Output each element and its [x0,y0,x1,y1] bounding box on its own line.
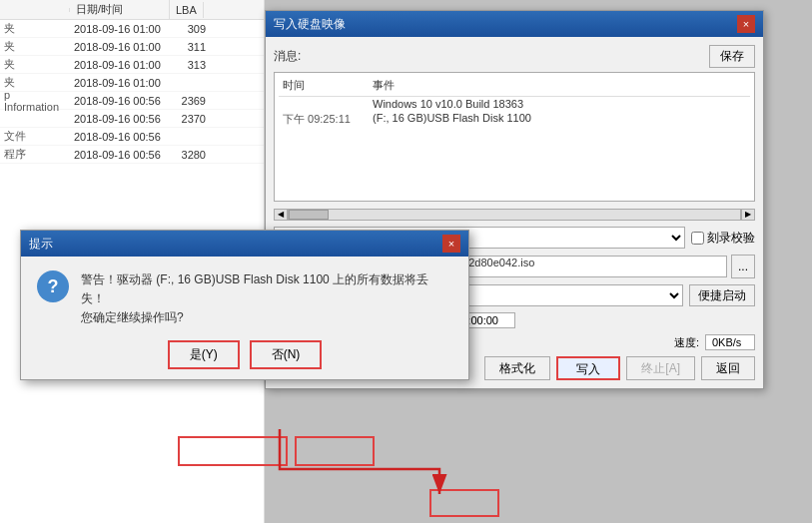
quick-boot-button[interactable]: 便捷启动 [689,284,755,306]
write-button-highlight [429,489,499,517]
table-row: 文件 2018-09-16 00:56 [0,128,264,146]
row-name: p Information [0,89,70,113]
message-label: 消息: [274,48,301,65]
alert-content: ? 警告！驱动器 (F:, 16 GB)USB Flash Disk 1100 … [37,270,452,328]
no-button-highlight [295,436,375,466]
table-row: p Information 2018-09-16 00:56 2369 [0,92,264,110]
message-table: 时间 事件 Windows 10 v10.0 Build 18363 下午 09… [279,77,750,128]
message-time: 下午 09:25:11 [279,111,369,128]
message-event: Windows 10 v10.0 Build 18363 [369,97,750,112]
alert-confirm-text: 您确定继续操作吗? [81,308,452,327]
alert-body: ? 警告！驱动器 (F:, 16 GB)USB Flash Disk 1100 … [21,257,468,379]
save-button[interactable]: 保存 [709,45,755,68]
alert-buttons: 是(Y) 否(N) [37,340,452,369]
row-date: 2018-09-16 01:00 [70,23,170,35]
row-date: 2018-09-16 01:00 [70,41,170,53]
message-row: Windows 10 v10.0 Build 18363 [279,97,750,112]
row-date: 2018-09-16 00:56 [70,149,170,161]
alert-close-button[interactable]: × [442,235,460,253]
message-section: 消息: 保存 时间 事件 Windows 10 v10.0 Build 1836 [274,45,755,202]
table-header: 日期/时间 LBA [0,0,264,20]
scroll-right-arrow[interactable]: ▶ [741,209,755,221]
format-button[interactable]: 格式化 [484,356,550,380]
speed-label: 速度: [674,335,699,350]
alert-text: 警告！驱动器 (F:, 16 GB)USB Flash Disk 1100 上的… [81,270,452,328]
row-date: 2018-09-16 00:56 [70,95,170,107]
message-section-header: 消息: 保存 [274,45,755,68]
row-name: 夹 [0,21,70,36]
stop-button[interactable]: 终止[A] [626,356,695,380]
scrollbar-thumb[interactable] [289,210,329,220]
verify-label: 刻录校验 [707,230,755,247]
write-button[interactable]: 写入 [556,356,620,380]
row-name: 程序 [0,147,70,162]
verify-checkbox-row: 刻录校验 [691,230,755,247]
row-lba: 311 [170,41,210,53]
row-lba: 2369 [170,95,210,107]
col-lba-header: LBA [170,2,204,18]
row-date: 2018-09-16 01:00 [70,77,170,89]
alert-title: 提示 [29,236,53,253]
yes-button[interactable]: 是(Y) [168,340,240,369]
row-name: 夹 [0,57,70,72]
horizontal-scrollbar[interactable] [288,209,741,221]
alert-titlebar: 提示 × [21,231,468,257]
row-date: 2018-09-16 01:00 [70,59,170,71]
table-row: 夹 2018-09-16 01:00 313 [0,56,264,74]
table-row: 程序 2018-09-16 00:56 3280 [0,146,264,164]
dialog-title: 写入硬盘映像 [274,16,346,33]
table-row: 夹 2018-09-16 01:00 311 [0,38,264,56]
row-date: 2018-09-16 00:56 [70,113,170,125]
dialog-close-button[interactable]: × [737,15,755,33]
speed-value: 0KB/s [705,334,755,350]
table-row: 2018-09-16 00:56 2370 [0,110,264,128]
table-row: 夹 2018-09-16 01:00 309 [0,20,264,38]
alert-dialog: 提示 × ? 警告！驱动器 (F:, 16 GB)USB Flash Disk … [20,230,469,380]
row-name: 文件 [0,129,70,144]
verify-checkbox[interactable] [691,232,704,245]
message-time [279,97,369,112]
message-area: 时间 事件 Windows 10 v10.0 Build 18363 下午 09… [274,72,755,202]
col-name-header [0,8,70,12]
row-date: 2018-09-16 00:56 [70,131,170,143]
row-lba: 2370 [170,113,210,125]
row-lba: 313 [170,59,210,71]
scroll-left-arrow[interactable]: ◀ [274,209,288,221]
row-lba: 309 [170,23,210,35]
message-row: 下午 09:25:11 (F:, 16 GB)USB Flash Disk 11… [279,111,750,128]
horizontal-scrollbar-row: ◀ ▶ [274,208,755,221]
browse-button[interactable]: ... [731,255,755,278]
no-button[interactable]: 否(N) [250,340,323,369]
message-event: (F:, 16 GB)USB Flash Disk 1100 [369,111,750,128]
alert-icon: ? [37,270,69,302]
col-date-header: 日期/时间 [70,0,170,19]
dialog-titlebar: 写入硬盘映像 × [266,11,763,37]
time-column-header: 时间 [279,77,369,97]
back-button[interactable]: 返回 [701,356,755,380]
row-name: 夹 [0,39,70,54]
event-column-header: 事件 [369,77,750,97]
row-lba: 3280 [170,149,210,161]
alert-warning-text: 警告！驱动器 (F:, 16 GB)USB Flash Disk 1100 上的… [81,270,452,308]
